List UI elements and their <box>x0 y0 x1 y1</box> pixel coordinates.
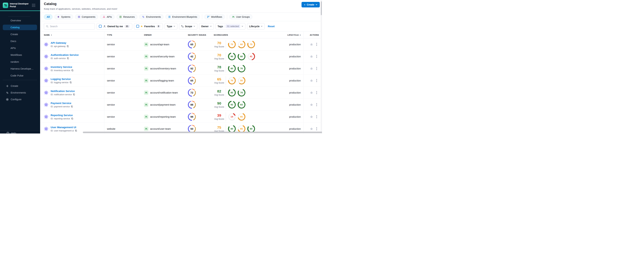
tab-systems[interactable]: Systems <box>54 14 73 20</box>
security-issues-cell: 72 <box>187 87 213 98</box>
tab-workflows[interactable]: Workflows <box>204 14 225 20</box>
reset-filters-link[interactable]: Reset <box>268 25 275 28</box>
row-menu-kebab-button[interactable] <box>316 91 317 94</box>
row-menu-kebab-button[interactable] <box>316 67 317 70</box>
owner-group-icon <box>144 114 148 119</box>
sidebar-item-label: Environments <box>11 91 26 94</box>
app-grid-icon[interactable] <box>32 4 35 7</box>
row-menu-kebab-button[interactable] <box>316 103 317 106</box>
owner-filter-dropdown[interactable]: Owner <box>199 23 214 30</box>
favorite-star-button[interactable] <box>310 79 313 82</box>
tab-all[interactable]: All <box>44 14 52 20</box>
tab-environment-blueprints[interactable]: Environment Blueprints <box>165 14 200 20</box>
favorite-star-button[interactable] <box>310 43 313 46</box>
sidebar-item-configure[interactable]: Configure <box>0 97 40 102</box>
scorecard-ring: 75 <box>228 40 236 48</box>
scope-filter-dropdown[interactable]: Scope <box>179 23 197 30</box>
sidebar-item-docs[interactable]: Docs <box>3 38 37 44</box>
column-header-lifecycle[interactable]: LIFECYCLE ▲▼ <box>288 32 304 38</box>
entity-name-link[interactable]: User Management UI <box>50 126 76 129</box>
vertical-scrollbar-thumb[interactable] <box>321 2 322 15</box>
entity-name-link[interactable]: Inventory Service <box>50 66 72 68</box>
column-header-owner[interactable]: OWNER <box>143 32 187 38</box>
copy-icon[interactable] <box>75 130 77 132</box>
security-issues-donut: 72 <box>188 89 196 97</box>
type-cell: service <box>104 38 143 50</box>
security-issues-value: 92 <box>189 65 195 72</box>
portal-logo-icon <box>3 2 8 8</box>
owner-cell: account/inventory-team <box>143 62 187 74</box>
row-menu-kebab-button[interactable] <box>316 54 317 58</box>
row-menu-kebab-button[interactable] <box>316 115 317 118</box>
scorecard-rings: 9283 <box>228 101 245 108</box>
avg-score-label: Avg Score <box>214 58 225 60</box>
favorite-star-button[interactable] <box>310 55 313 58</box>
hexagons-icon <box>6 91 9 94</box>
tab-resources[interactable]: Resources <box>116 14 138 20</box>
favorites-filter[interactable]: ★ Favorites 0 <box>134 23 163 30</box>
tab-environments[interactable]: Environments <box>139 14 164 20</box>
sidebar-item-create[interactable]: Create <box>0 83 40 89</box>
column-header-name[interactable]: NAME ▲ <box>40 32 104 38</box>
favorite-star-button[interactable] <box>310 127 313 130</box>
owned-by-me-checkbox[interactable] <box>99 25 102 28</box>
sidebar-item-harness-develope[interactable]: Harness Develope… <box>3 66 37 72</box>
row-menu-kebab-button[interactable] <box>316 127 317 130</box>
copy-icon[interactable] <box>70 81 72 84</box>
type-filter-dropdown[interactable]: Type <box>164 23 177 30</box>
entity-name-link[interactable]: Logging Service <box>50 78 71 80</box>
sort-both-icon: ▲▼ <box>300 34 301 36</box>
favorite-star-button[interactable] <box>310 67 313 70</box>
column-header-type[interactable]: TYPE <box>104 32 143 38</box>
sidebar-item-workflows[interactable]: Workflows <box>3 52 37 58</box>
tab-apis[interactable]: APIs <box>100 14 115 20</box>
copy-icon[interactable] <box>67 57 69 60</box>
copy-icon[interactable] <box>67 45 69 47</box>
sidebar-item-code-pulse[interactable]: Code Pulse <box>3 73 37 78</box>
entity-name-link[interactable]: API Gateway <box>50 41 66 44</box>
copy-icon[interactable] <box>71 106 73 108</box>
entity-id: ID: user-management-ui <box>50 130 74 132</box>
entity-name-link[interactable]: Authentication Service <box>50 54 79 56</box>
sidebar-item-label: Overview <box>10 19 21 22</box>
entity-name-link[interactable]: Payment Service <box>50 102 71 104</box>
create-button[interactable]: + Create <box>302 2 320 8</box>
horizontal-scrollbar[interactable] <box>83 132 322 133</box>
scorecard-rings: 756075 <box>228 40 255 48</box>
favorite-star-button[interactable] <box>310 115 313 118</box>
row-menu-kebab-button[interactable] <box>316 79 317 82</box>
sidebar-item-overview[interactable]: Overview <box>3 18 37 23</box>
entity-name-link[interactable]: Reporting Service <box>50 114 73 116</box>
row-menu-kebab-button[interactable] <box>316 42 317 46</box>
sidebar-item-random[interactable]: random <box>3 59 37 64</box>
search-input[interactable] <box>50 25 93 28</box>
type-cell: service <box>104 74 143 86</box>
teal-accent-line <box>0 10 40 11</box>
sidebar-item-help[interactable]: Help <box>6 132 16 134</box>
copy-icon[interactable] <box>73 93 75 96</box>
sidebar-item-create[interactable]: Create <box>3 32 37 37</box>
sidebar-item-label: Configure <box>11 98 22 101</box>
entity-name-link[interactable]: Notification Service <box>50 90 75 92</box>
tab-group-divider <box>202 14 202 19</box>
sidebar-item-catalog[interactable]: Catalog <box>3 25 37 30</box>
tab-user-groups[interactable]: User Groups <box>229 14 252 20</box>
scorecard-ring: 41 <box>247 52 255 60</box>
sidebar-item-apis[interactable]: APIs <box>3 45 37 51</box>
owned-by-me-filter[interactable]: Owned by me 21 <box>96 23 132 30</box>
copy-icon[interactable] <box>71 118 73 120</box>
favorites-checkbox[interactable] <box>136 25 139 28</box>
gear-entity-icon <box>44 54 48 59</box>
scorecard-ring: 85 <box>228 89 236 96</box>
security-issues-value: 50 <box>189 126 195 132</box>
copy-icon[interactable] <box>71 69 74 72</box>
sidebar-item-environments[interactable]: Environments <box>0 90 40 96</box>
lifecycle-filter-dropdown[interactable]: Lifecycle <box>247 23 265 30</box>
favorite-star-button[interactable] <box>310 91 313 94</box>
tab-components[interactable]: Components <box>75 14 98 20</box>
tags-filter-dropdown[interactable]: Tags01 selected <box>216 23 246 30</box>
column-header-scorecards[interactable]: SCORECARDS <box>213 32 288 38</box>
column-header-security-issues[interactable]: SECURITY ISSUES <box>187 32 213 38</box>
favorite-star-button[interactable] <box>310 103 313 106</box>
vertical-scrollbar[interactable] <box>320 0 322 134</box>
